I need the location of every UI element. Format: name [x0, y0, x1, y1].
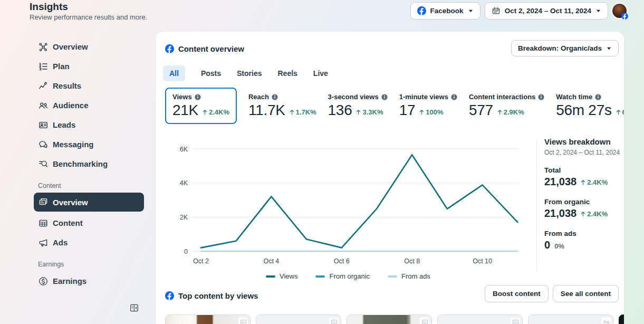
insights-page: Insights Review performance results and … [0, 0, 644, 324]
collapse-sidebar-button[interactable] [129, 303, 139, 313]
sidebar-item-overview[interactable]: Overview [34, 193, 144, 212]
facebook-icon [417, 6, 426, 15]
metric-delta: 6.3 [616, 108, 624, 116]
sidebar-item-benchmarking[interactable]: Benchmarking [34, 154, 144, 174]
tab-live[interactable]: Live [313, 65, 328, 81]
panel-divider [536, 139, 537, 272]
info-icon[interactable] [451, 94, 457, 100]
date-range-label: Oct 2, 2024 – Oct 11, 2024 [505, 7, 591, 15]
breakdown-row-from-organic: From organic21,0382.4K% [544, 198, 623, 220]
content-thumbnail-3[interactable] [347, 315, 432, 324]
image-badge-icon [329, 317, 339, 324]
svg-text:0: 0 [184, 248, 188, 255]
content-thumbnail-1[interactable] [165, 315, 251, 324]
boost-content-button[interactable]: Boost content [485, 285, 549, 302]
tab-stories[interactable]: Stories [237, 65, 262, 81]
metric-watch-time[interactable]: Watch time56m 27s6.3 [556, 88, 624, 119]
breakdown-delta: 2.4K% [581, 178, 608, 186]
sidebar-item-results[interactable]: Results [34, 76, 144, 96]
breakdown-value-row: 21,0382.4K% [544, 176, 623, 188]
header-controls: Facebook Oct 2, 2024 – Oct 11, 2024 [410, 2, 627, 20]
arrow-up-icon [290, 109, 294, 115]
metric-label: 1-minute views [399, 93, 457, 101]
sidebar-item-overview[interactable]: Overview [34, 37, 144, 56]
metric-value: 11.7K [248, 102, 285, 119]
top-content-title: Top content by views [178, 291, 258, 300]
breakdown-value: 21,038 [544, 176, 576, 188]
avatar[interactable] [612, 4, 627, 18]
sidebar-item-earnings[interactable]: Earnings [34, 271, 144, 291]
overview-network-icon [38, 42, 49, 52]
content-thumbnail-6[interactable] [619, 315, 624, 324]
top-content-thumbnails: Aa [165, 315, 624, 324]
see-all-content-button[interactable]: See all content [553, 285, 619, 302]
arrow-up-icon [203, 109, 207, 115]
messaging-bubbles-icon [38, 139, 49, 150]
sidebar-item-messaging[interactable]: Messaging [34, 135, 144, 154]
legend-swatch [266, 275, 275, 278]
content-thumbnail-5[interactable]: Aa [528, 315, 613, 324]
metric-delta: 1.7K% [290, 108, 316, 116]
breakdown-value-row: 21,0382.4K% [544, 207, 623, 220]
section-title: Content overview [178, 44, 244, 53]
metric-label-text: Reach [248, 93, 269, 101]
chevron-down-icon [468, 8, 474, 14]
metric-reach[interactable]: Reach11.7K1.7K% [248, 88, 316, 119]
legend-item-views: Views [266, 272, 297, 280]
content-thumbnail-2[interactable] [256, 315, 341, 324]
content-thumbnail-4[interactable] [437, 315, 523, 324]
platform-label: Facebook [430, 7, 464, 15]
metric-label-text: Content interactions [469, 93, 535, 101]
svg-text:4K: 4K [180, 179, 188, 187]
breakdown-selector[interactable]: Breakdown: Organic/ads [511, 40, 619, 56]
views-line-chart: 02K4K6KOct 2Oct 4Oct 6Oct 8Oct 10 [169, 144, 527, 268]
breakdown-row-from-ads: From ads00% [544, 230, 623, 251]
info-icon[interactable] [381, 94, 388, 100]
breakdown-row-total: Total21,0382.4K% [544, 166, 623, 188]
metric-value-row: 21K2.4K% [172, 102, 229, 119]
info-icon[interactable] [595, 94, 601, 100]
legend-item-from-ads: From ads [388, 272, 430, 280]
metric-value-row: 1363.3K% [328, 102, 388, 119]
metric-value: 577 [469, 102, 493, 119]
sidebar-item-audience[interactable]: Audience [34, 96, 144, 115]
metric-1-minute-views[interactable]: 1-minute views17100% [399, 88, 457, 119]
sidebar-item-plan[interactable]: Plan [34, 56, 144, 76]
facebook-icon [165, 291, 174, 300]
earnings-dollar-icon [38, 276, 49, 287]
metric-delta: 3.3K% [356, 108, 383, 116]
legend-item-from-organic: From organic [315, 272, 370, 280]
svg-text:Oct 4: Oct 4 [263, 258, 279, 265]
metric-views[interactable]: Views21K2.4K% [165, 88, 237, 124]
metric-value: 136 [328, 102, 352, 119]
svg-text:Oct 8: Oct 8 [404, 258, 420, 265]
metric-label: Reach [248, 93, 316, 101]
metric-content-interactions[interactable]: Content interactions5772.9K% [469, 88, 544, 119]
breakdown-row-label: Total [544, 166, 623, 174]
facebook-badge-icon [621, 13, 628, 20]
sidebar-item-label: Earnings [53, 277, 86, 285]
breakdown-value: 21,038 [544, 207, 576, 220]
date-range-selector[interactable]: Oct 2, 2024 – Oct 11, 2024 [485, 2, 608, 20]
info-icon[interactable] [272, 94, 278, 100]
legend-swatch [388, 275, 397, 278]
sidebar-item-label: Overview [53, 42, 88, 51]
sidebar-item-content[interactable]: Content [34, 213, 144, 233]
sidebar-section-label-earnings: Earnings [34, 261, 144, 268]
info-icon[interactable] [195, 94, 201, 100]
content-type-tabs: AllPostsStoriesReelsLive [163, 65, 328, 81]
sidebar-item-label: Audience [53, 101, 89, 110]
tab-reels[interactable]: Reels [277, 65, 297, 81]
platform-selector[interactable]: Facebook [410, 2, 480, 20]
metric-3-second-views[interactable]: 3-second views1363.3K% [328, 88, 388, 119]
sidebar-item-leads[interactable]: Leads [34, 115, 144, 135]
info-icon[interactable] [538, 94, 544, 100]
arrow-up-icon [581, 211, 585, 217]
sidebar-item-ads[interactable]: Ads [34, 233, 144, 252]
breakdown-value: 0 [544, 239, 550, 251]
metric-delta-text: 2.9K% [504, 108, 524, 116]
tab-all[interactable]: All [163, 65, 185, 81]
calendar-icon [492, 6, 501, 15]
tab-posts[interactable]: Posts [201, 65, 221, 81]
content-table-icon [38, 218, 49, 228]
